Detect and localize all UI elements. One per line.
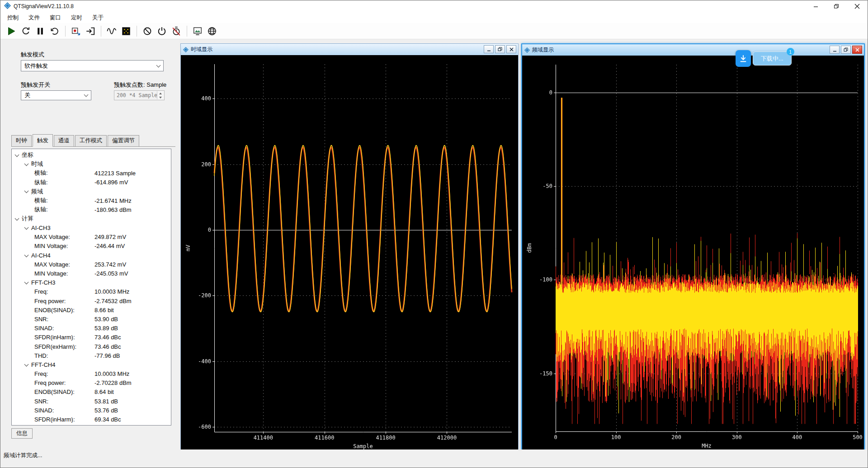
tree-leaf-key: ENOB(SINAD): — [34, 307, 75, 314]
tab-work-mode[interactable]: 工作模式 — [75, 135, 107, 146]
pretrigger-points-input[interactable]: 200 *4 Sample — [114, 90, 165, 100]
restore-button[interactable] — [495, 45, 505, 53]
freq-window-title: 频域显示 — [532, 46, 554, 54]
tab-info[interactable]: 信息 — [11, 428, 33, 439]
tree-branch-label: FFT-CH4 — [31, 361, 55, 368]
menu-item-file[interactable]: 文件 — [24, 13, 45, 23]
minimize-button[interactable] — [484, 45, 494, 53]
trigger-mode-value: 软件触发 — [24, 62, 48, 70]
time-domain-chart[interactable] — [181, 55, 518, 454]
tree-leaf: MAX Voltage:253.742 mV — [12, 260, 171, 269]
time-window-titlebar[interactable]: 时域显示 — [181, 44, 518, 55]
tree-leaf: SINAD:53.89 dB — [12, 324, 171, 333]
download-status-text: 下载中... — [761, 55, 783, 63]
tab-clock[interactable]: 时钟 — [11, 135, 32, 146]
frequency-domain-chart[interactable] — [522, 56, 864, 454]
tree-leaf-value: 253.742 mV — [94, 261, 126, 268]
tree-branch-coordinates[interactable]: 坐标 — [12, 150, 171, 159]
circle-slash-icon[interactable] — [141, 24, 154, 38]
save-image-icon[interactable] — [191, 24, 204, 38]
tree-branch-label: FFT-CH3 — [31, 279, 55, 286]
pretrigger-points-value: 200 *4 Sample — [117, 92, 157, 98]
tree-leaf-key: THD: — [34, 352, 48, 359]
time-window-controls — [482, 45, 516, 53]
constellation-icon[interactable] — [119, 24, 133, 38]
timer-off-icon[interactable] — [170, 24, 183, 38]
tree-leaf: 纵轴:-614.896 mV — [12, 178, 171, 187]
chevron-down-icon[interactable] — [15, 215, 22, 222]
download-status[interactable]: 下载中... 1 — [753, 51, 792, 66]
tree-leaf-key: MIN Voltage: — [34, 270, 68, 277]
network-icon[interactable] — [205, 24, 219, 38]
tree-branch-time-domain[interactable]: 时域 — [12, 159, 171, 168]
waveform-icon[interactable] — [105, 24, 118, 38]
tree-leaf-key: SFDR(inHarm): — [34, 416, 75, 423]
toolbar-separator — [65, 26, 66, 37]
tab-trigger[interactable]: 触发 — [33, 134, 53, 147]
tree-leaf-key: SINAD: — [34, 325, 54, 332]
measurement-tree: 坐标时域横轴:412213 Sample纵轴:-614.896 mV频域横轴:-… — [11, 149, 171, 426]
tree-branch-ai-ch3[interactable]: AI-CH3 — [12, 224, 171, 233]
tree-leaf-value: 10.0003 MHz — [94, 370, 129, 377]
chevron-down-icon[interactable] — [25, 188, 31, 195]
tree-branch-freq-domain[interactable]: 频域 — [12, 187, 171, 196]
tree-leaf-key: 纵轴: — [34, 206, 48, 214]
close-button[interactable] — [852, 46, 862, 54]
tree-leaf-value: 69.34 dBc — [94, 416, 121, 423]
tree-leaf: Freq:10.0003 MHz — [12, 370, 171, 379]
tab-offset-adjust[interactable]: 偏置调节 — [108, 135, 139, 146]
chevron-down-icon[interactable] — [25, 225, 31, 231]
tree-branch-fft-ch3[interactable]: FFT-CH3 — [12, 278, 171, 287]
pause-icon[interactable] — [33, 24, 47, 38]
freq-window-titlebar[interactable]: 频域显示 — [522, 44, 864, 56]
tab-channel[interactable]: 通道 — [54, 135, 74, 146]
tree-branch-calculation[interactable]: 计算 — [12, 214, 171, 223]
loop-icon[interactable] — [19, 24, 33, 38]
spin-up-icon[interactable] — [157, 91, 164, 95]
export-icon[interactable] — [84, 24, 97, 38]
menu-item-control[interactable]: 控制 — [2, 13, 24, 23]
record-icon[interactable] — [69, 24, 83, 38]
download-button[interactable] — [736, 50, 751, 67]
minimize-button[interactable] — [805, 0, 826, 12]
tree-leaf-key: MAX Voltage: — [34, 234, 70, 240]
tree-leaf: Freq power:-2.74532 dBm — [12, 296, 171, 305]
spin-down-icon[interactable] — [157, 95, 164, 99]
play-icon[interactable] — [5, 24, 18, 38]
chevron-down-icon[interactable] — [25, 161, 31, 168]
run-once-icon[interactable] — [48, 24, 61, 38]
pretrigger-switch-select[interactable]: 关 — [21, 90, 91, 100]
minimize-button[interactable] — [830, 46, 840, 54]
tree-leaf-value: 10.0003 MHz — [94, 288, 129, 295]
tree-leaf: 横轴:-21.6741 MHz — [12, 196, 171, 205]
power-icon[interactable] — [155, 24, 169, 38]
time-window-title: 时域显示 — [191, 46, 212, 53]
tree-leaf-value: -180.963 dBm — [94, 206, 132, 213]
time-domain-window: 时域显示 — [180, 43, 519, 455]
close-button[interactable] — [847, 0, 868, 12]
chevron-down-icon[interactable] — [25, 252, 31, 259]
tree-leaf: ENOB(SINAD):8.64 bit — [12, 388, 171, 397]
tree-leaf-value: -614.896 mV — [94, 179, 128, 186]
menu-item-about[interactable]: 关于 — [87, 13, 108, 23]
chevron-down-icon[interactable] — [25, 361, 31, 368]
restore-button[interactable] — [826, 0, 847, 12]
close-button[interactable] — [506, 45, 516, 53]
menu-item-window[interactable]: 窗口 — [45, 13, 66, 23]
menu-item-timing[interactable]: 定时 — [66, 13, 87, 23]
chevron-down-icon[interactable] — [15, 152, 22, 159]
tree-leaf-value: -245.053 mV — [94, 270, 128, 277]
trigger-mode-select[interactable]: 软件触发 — [21, 60, 164, 71]
tree-leaf-value: 53.81 dB — [94, 398, 118, 405]
chevron-down-icon[interactable] — [25, 279, 31, 286]
time-chart-area — [181, 55, 518, 454]
tree-leaf: MAX Voltage:249.872 mV — [12, 233, 171, 242]
tree-leaf-key: MAX Voltage: — [34, 261, 70, 268]
tree-leaf-value: 53.89 dB — [94, 325, 118, 332]
tree-leaf-key: SFDR(exHarm): — [34, 343, 76, 350]
tree-branch-ai-ch4[interactable]: AI-CH4 — [12, 251, 171, 260]
pretrigger-switch-value: 关 — [24, 91, 30, 99]
restore-button[interactable] — [841, 46, 851, 54]
tree-leaf: THD:-77.96 dB — [12, 351, 171, 360]
tree-branch-fft-ch4[interactable]: FFT-CH4 — [12, 360, 171, 369]
